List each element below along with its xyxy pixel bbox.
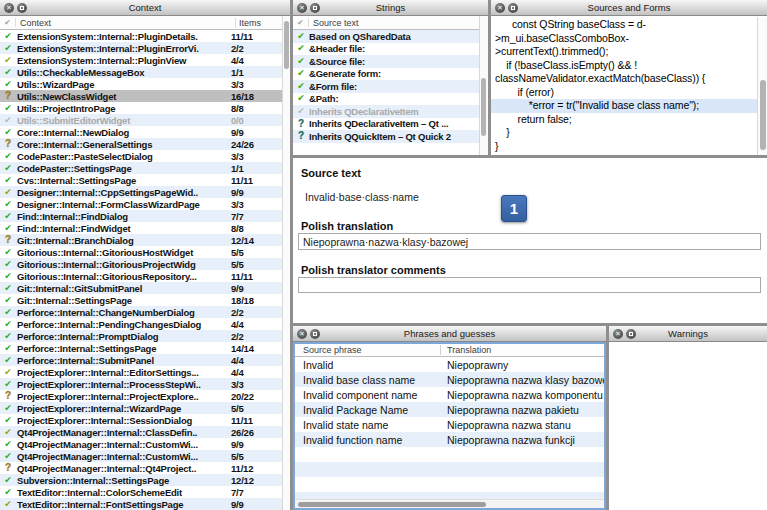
context-row[interactable]: ?Core::Internal::GeneralSettings24/26 bbox=[0, 138, 282, 150]
source-string: &Generate form: bbox=[309, 68, 479, 79]
string-row[interactable]: ✔&Path: bbox=[293, 93, 479, 106]
check-green-icon: ✔ bbox=[0, 152, 16, 161]
context-row[interactable]: ✔Perforce::Internal::SettingsPage14/14 bbox=[0, 342, 282, 354]
string-row[interactable]: ✔&Header file: bbox=[293, 43, 479, 56]
translation-input[interactable] bbox=[298, 233, 761, 250]
scrollbar-thumb[interactable] bbox=[760, 80, 766, 150]
panel-title: Sources and Forms bbox=[491, 2, 767, 13]
done-column-icon: ✔ bbox=[0, 18, 16, 27]
check-green-icon: ✔ bbox=[0, 200, 16, 209]
context-row[interactable]: ✔Designer::Internal::CppSettingsPageWid.… bbox=[0, 186, 282, 198]
code-line: >m_ui.baseClassComboBox- bbox=[491, 32, 757, 46]
source-code-view[interactable]: const QString baseClass = d->m_ui.baseCl… bbox=[491, 17, 757, 155]
context-row[interactable]: ✔Qt4ProjectManager::Internal::ClassDefin… bbox=[0, 426, 282, 438]
context-row[interactable]: ✔Perforce::Internal::SubmitPanel4/4 bbox=[0, 354, 282, 366]
context-row[interactable]: ?Qt4ProjectManager::Internal::Qt4Project… bbox=[0, 462, 282, 474]
phrase-row[interactable]: Invalid component nameNiepoprawna nazwa … bbox=[295, 387, 604, 402]
items-count: 9/9 bbox=[228, 127, 282, 138]
context-row[interactable]: ✔TextEditor::Internal::FontSettingsPage9… bbox=[0, 498, 282, 510]
phrase-row[interactable]: InvalidNiepoprawny bbox=[295, 357, 604, 372]
context-name: Git::Internal::BranchDialog bbox=[16, 235, 228, 246]
string-row[interactable]: ?Inherits QDeclarativeItem – Qt ... bbox=[293, 118, 479, 131]
context-row[interactable]: ?ProjectExplorer::Internal::ProjectExplo… bbox=[0, 390, 282, 402]
string-row[interactable]: ✔&Generate form: bbox=[293, 68, 479, 81]
context-row[interactable]: ✔ExtensionSystem::Internal::PluginErrorV… bbox=[0, 42, 282, 54]
context-row[interactable]: ✔Perforce::Internal::PromptDialog2/2 bbox=[0, 330, 282, 342]
question-teal-icon: ? bbox=[293, 119, 309, 129]
string-row[interactable]: ✔Based on QSharedData bbox=[293, 30, 479, 43]
context-row[interactable]: ✔Gitorious::Internal::GitoriousRepositor… bbox=[0, 270, 282, 282]
items-count: 16/18 bbox=[228, 91, 282, 102]
context-row[interactable]: ✔Perforce::Internal::PendingChangesDialo… bbox=[0, 318, 282, 330]
scrollbar-thumb[interactable] bbox=[284, 21, 289, 69]
context-row[interactable]: ✔Cvs::Internal::SettingsPage11/11 bbox=[0, 174, 282, 186]
phrase-row[interactable]: Invalid Package NameNiepoprawna nazwa pa… bbox=[295, 402, 604, 417]
context-row[interactable]: ✔Perforce::Internal::ChangeNumberDialog2… bbox=[0, 306, 282, 318]
context-row[interactable]: ✔Git::Internal::SettingsPage18/18 bbox=[0, 294, 282, 306]
strings-vertical-scrollbar[interactable] bbox=[479, 16, 488, 155]
check-green-icon: ✔ bbox=[0, 272, 16, 281]
question-gold-icon: ? bbox=[0, 235, 16, 245]
context-name: Find::Internal::FindDialog bbox=[16, 211, 228, 222]
phrase-row[interactable]: Invalid state nameNiepoprawna nazwa stan… bbox=[295, 417, 604, 432]
context-column-header[interactable]: ✔ Context Items bbox=[0, 16, 290, 30]
phrases-horizontal-scrollbar[interactable] bbox=[295, 499, 604, 508]
context-row[interactable]: ✔ProjectExplorer::Internal::SessionDialo… bbox=[0, 414, 282, 426]
strings-list: ✔Based on QSharedData✔&Header file:✔&Sou… bbox=[293, 30, 479, 155]
items-count: 1/1 bbox=[228, 163, 282, 174]
scrollbar-thumb[interactable] bbox=[481, 78, 486, 136]
context-name: Gitorious::Internal::GitoriousProjectWid… bbox=[16, 259, 228, 270]
items-count: 20/22 bbox=[228, 391, 282, 402]
context-row[interactable]: ✔Gitorious::Internal::GitoriousHostWidge… bbox=[0, 246, 282, 258]
context-row[interactable]: ✔Utils::ProjectIntroPage8/8 bbox=[0, 102, 282, 114]
string-row[interactable]: ✔&Source file: bbox=[293, 55, 479, 68]
items-count: 2/2 bbox=[228, 307, 282, 318]
check-olive-icon: ✔ bbox=[0, 428, 16, 437]
context-row[interactable]: ?Utils::NewClassWidget16/18 bbox=[0, 90, 282, 102]
context-row[interactable]: ✔CodePaster::PasteSelectDialog3/3 bbox=[0, 150, 282, 162]
context-row[interactable]: ✔ProjectExplorer::Internal::WizardPage5/… bbox=[0, 402, 282, 414]
phrases-column-header[interactable]: Source phrase Translation bbox=[295, 344, 604, 357]
context-row[interactable]: ✔ProjectExplorer::Internal::EditorSettin… bbox=[0, 366, 282, 378]
context-row[interactable]: ✔Core::Internal::NewDialog9/9 bbox=[0, 126, 282, 138]
check-gray-icon: ✔ bbox=[0, 116, 16, 125]
context-row[interactable]: ✔Find::Internal::FindDialog7/7 bbox=[0, 210, 282, 222]
strings-column-header[interactable]: ✔ Source text bbox=[293, 16, 488, 30]
context-row[interactable]: ✔Gitorious::Internal::GitoriousProjectWi… bbox=[0, 258, 282, 270]
context-row[interactable]: ✔Utils::WizardPage3/3 bbox=[0, 78, 282, 90]
context-row[interactable]: ✔ExtensionSystem::Internal::PluginDetail… bbox=[0, 30, 282, 42]
context-row[interactable]: ✔Git::Internal::GitSubmitPanel9/9 bbox=[0, 282, 282, 294]
scrollbar-thumb[interactable] bbox=[298, 502, 486, 507]
items-count: 5/5 bbox=[228, 451, 282, 462]
string-row[interactable]: ✔&Form file: bbox=[293, 80, 479, 93]
items-count: 1/1 bbox=[228, 67, 282, 78]
translator-comments-input[interactable] bbox=[298, 277, 761, 293]
context-row[interactable]: ✔Qt4ProjectManager::Internal::CustomWi..… bbox=[0, 450, 282, 462]
context-row[interactable]: ✔Qt4ProjectManager::Internal::CustomWi..… bbox=[0, 438, 282, 450]
context-row[interactable]: ✔ExtensionSystem::Internal::PluginView4/… bbox=[0, 54, 282, 66]
string-row[interactable]: ?Inherits QQuickItem – Qt Quick 2 bbox=[293, 130, 479, 143]
context-row[interactable]: ✔Designer::Internal::FormClassWizardPage… bbox=[0, 198, 282, 210]
items-count: 9/9 bbox=[228, 283, 282, 294]
context-row[interactable]: ✔Utils::SubmitEditorWidget0/0 bbox=[0, 114, 282, 126]
context-row[interactable]: ✔TextEditor::Internal::ColorSchemeEdit7/… bbox=[0, 486, 282, 498]
phrase-row[interactable]: Invalid function nameNiepoprawna nazwa f… bbox=[295, 432, 604, 447]
items-count: 11/12 bbox=[228, 463, 282, 474]
context-row[interactable]: ✔Find::Internal::FindWidget8/8 bbox=[0, 222, 282, 234]
context-vertical-scrollbar[interactable] bbox=[282, 16, 290, 510]
context-row[interactable]: ?Git::Internal::BranchDialog12/14 bbox=[0, 234, 282, 246]
phrase-translation: Niepoprawny bbox=[441, 359, 604, 371]
context-name: Qt4ProjectManager::Internal::Qt4Project.… bbox=[16, 463, 228, 474]
items-count: 14/14 bbox=[228, 343, 282, 354]
check-green-icon: ✔ bbox=[0, 176, 16, 185]
context-name: ExtensionSystem::Internal::PluginErrorVi… bbox=[16, 43, 228, 54]
string-row[interactable]: ✔Inherits QDeclarativeItem bbox=[293, 105, 479, 118]
sources-vertical-scrollbar[interactable] bbox=[757, 17, 767, 155]
context-name: Utils::SubmitEditorWidget bbox=[16, 115, 228, 126]
context-row[interactable]: ✔ProjectExplorer::Internal::ProcessStepW… bbox=[0, 378, 282, 390]
context-column-label: Context bbox=[16, 18, 236, 28]
context-row[interactable]: ✔Subversion::Internal::SettingsPage12/12 bbox=[0, 474, 282, 486]
context-row[interactable]: ✔Utils::CheckableMessageBox1/1 bbox=[0, 66, 282, 78]
phrase-row[interactable]: Invalid base class nameNiepoprawna nazwa… bbox=[295, 372, 604, 387]
context-row[interactable]: ✔CodePaster::SettingsPage1/1 bbox=[0, 162, 282, 174]
